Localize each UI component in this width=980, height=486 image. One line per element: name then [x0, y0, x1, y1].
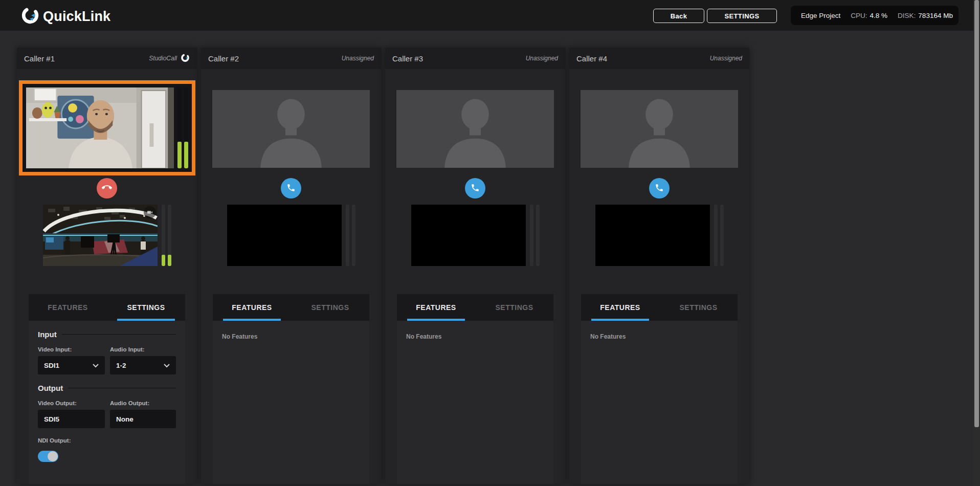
caller3-tabs: FEATURES SETTINGS	[397, 294, 553, 321]
tab-features[interactable]: FEATURES	[397, 294, 475, 321]
audio-meter-left	[177, 87, 182, 168]
audio-output-label: Audio Output:	[110, 400, 176, 406]
caller3-title: Caller #3	[392, 54, 423, 63]
video-input-label: Video Input:	[38, 346, 105, 352]
call-phone-icon	[471, 183, 480, 194]
disk-usage: DISK: 783164 Mb	[898, 12, 953, 19]
person-silhouette-icon	[250, 90, 332, 168]
scrollbar-thumb[interactable]	[974, 0, 979, 427]
call-button[interactable]	[649, 178, 670, 198]
audio-meter-right	[352, 205, 355, 266]
caller3-header: Caller #3 Unassigned	[385, 48, 565, 69]
caller-panel-1: Caller #1 StudioCall	[17, 48, 197, 484]
caller2-status: Unassigned	[342, 55, 374, 62]
video-output-label: Video Output:	[38, 400, 105, 406]
caller4-status: Unassigned	[710, 55, 742, 62]
tab-settings[interactable]: SETTINGS	[107, 294, 185, 321]
cpu-usage: CPU: 4.8 %	[851, 12, 887, 19]
caller1-header: Caller #1 StudioCall	[17, 48, 197, 69]
caller-panel-3: Caller #3 Unassigned FEATURES SETTINGS N…	[385, 48, 565, 484]
caller2-return-feed-row	[201, 205, 381, 266]
caller3-status: Unassigned	[526, 55, 558, 62]
tab-features[interactable]: FEATURES	[29, 294, 107, 321]
caller2-features-content: No Features	[213, 321, 369, 484]
settings-button[interactable]: SETTINGS	[707, 9, 777, 23]
caller3-return-video	[411, 205, 526, 266]
caller1-audio-meters	[177, 87, 188, 168]
topbar: QuickLink Back SETTINGS Edge Project CPU…	[0, 0, 980, 31]
caller1-live-video[interactable]	[19, 80, 195, 175]
caller4-features-content: No Features	[581, 321, 738, 484]
page-scrollbar[interactable]	[973, 0, 980, 486]
caller-panel-2: Caller #2 Unassigned FEATURES SETTINGS N…	[201, 48, 381, 484]
caller4-title: Caller #4	[576, 54, 607, 63]
caller3-features-content: No Features	[397, 321, 553, 484]
caller-panel-4: Caller #4 Unassigned FEATURES SETTINGS N…	[569, 48, 749, 484]
audio-meter-right	[720, 205, 724, 266]
caller3-placeholder	[396, 90, 554, 168]
audio-meter-left	[346, 205, 349, 266]
caller1-return-feed-row	[17, 205, 197, 266]
quicklink-ring-icon	[20, 6, 40, 27]
hangup-button[interactable]	[97, 178, 117, 198]
output-section-heading: Output	[38, 384, 176, 392]
caller2-return-video	[227, 205, 342, 266]
system-info: Edge Project CPU: 4.8 % DISK: 783164 Mb	[791, 6, 959, 25]
video-output-field[interactable]: SDI5	[38, 410, 105, 428]
chevron-down-icon	[164, 362, 170, 369]
call-phone-icon	[286, 183, 296, 194]
tab-features[interactable]: FEATURES	[213, 294, 291, 321]
caller4-placeholder	[581, 90, 738, 168]
person-silhouette-icon	[618, 90, 700, 168]
ndi-output-toggle[interactable]	[38, 451, 58, 462]
caller1-tabs: FEATURES SETTINGS	[29, 294, 185, 321]
caller2-title: Caller #2	[208, 54, 239, 63]
audio-output-field[interactable]: None	[110, 410, 176, 428]
audio-meter-left	[714, 205, 718, 266]
chevron-down-icon	[93, 362, 99, 369]
tab-settings[interactable]: SETTINGS	[475, 294, 553, 321]
divider	[68, 388, 176, 388]
audio-meter-right	[168, 205, 171, 266]
audio-meter-right	[536, 205, 540, 266]
person-silhouette-icon	[434, 90, 516, 168]
audio-input-label: Audio Input:	[110, 346, 176, 352]
caller4-return-meters	[714, 205, 724, 266]
no-features-text: No Features	[213, 321, 369, 340]
divider	[62, 334, 176, 335]
caller1-settings-form: Input Video Input: Audio Input: SDI1 1-2	[29, 321, 185, 462]
caller4-header: Caller #4 Unassigned	[569, 48, 749, 69]
audio-meter-left	[530, 205, 533, 266]
caller4-return-video	[595, 205, 710, 266]
brand: QuickLink	[20, 6, 110, 27]
audio-meter-left	[162, 205, 165, 266]
input-section-heading: Input	[38, 330, 176, 339]
audio-meter-right	[184, 87, 188, 168]
no-features-text: No Features	[397, 321, 553, 340]
caller2-return-meters	[346, 205, 355, 266]
call-button[interactable]	[281, 178, 301, 198]
tab-features[interactable]: FEATURES	[581, 294, 659, 321]
call-button[interactable]	[465, 178, 485, 198]
back-button[interactable]: Back	[653, 9, 704, 23]
audio-input-select[interactable]: 1-2	[110, 356, 176, 374]
studiocall-ring-icon	[181, 53, 190, 64]
caller1-video-feed	[26, 87, 174, 168]
caller4-tabs: FEATURES SETTINGS	[581, 294, 738, 321]
camera-overlay-icon[interactable]	[144, 206, 156, 218]
tab-settings[interactable]: SETTINGS	[291, 294, 369, 321]
caller2-header: Caller #2 Unassigned	[201, 48, 381, 69]
caller1-settings-content: Input Video Input: Audio Input: SDI1 1-2	[29, 321, 185, 484]
caller2-placeholder	[212, 90, 370, 168]
ndi-output-label: NDI Output:	[38, 437, 176, 444]
no-features-text: No Features	[581, 321, 738, 340]
caller2-tabs: FEATURES SETTINGS	[213, 294, 369, 321]
brand-title: QuickLink	[43, 9, 110, 25]
caller4-return-feed-row	[569, 205, 749, 266]
caller1-return-meters	[162, 205, 171, 266]
caller1-return-video[interactable]	[43, 205, 158, 266]
video-input-select[interactable]: SDI1	[38, 356, 105, 374]
project-name: Edge Project	[801, 12, 840, 19]
tab-settings[interactable]: SETTINGS	[659, 294, 738, 321]
toggle-knob	[48, 451, 58, 461]
